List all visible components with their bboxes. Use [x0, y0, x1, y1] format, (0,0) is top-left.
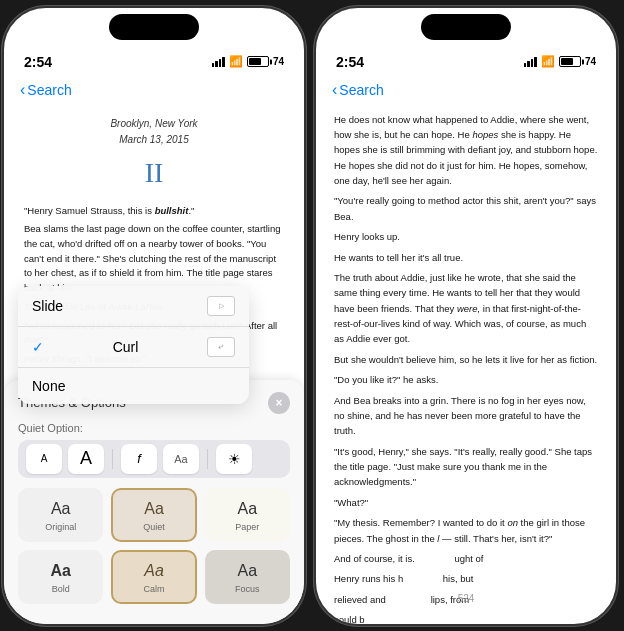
battery-icon-right	[559, 56, 581, 67]
signal-icon-left	[212, 57, 225, 67]
book-header: Brooklyn, New YorkMarch 13, 2015 II	[24, 116, 284, 194]
book-location: Brooklyn, New YorkMarch 13, 2015	[24, 116, 284, 148]
font-divider-2	[207, 449, 208, 469]
theme-original-aa: Aa	[51, 500, 71, 518]
slide-icon: ▷	[207, 296, 235, 316]
theme-focus[interactable]: Aa Focus	[205, 550, 290, 604]
chapter-number: II	[24, 152, 284, 194]
theme-quiet[interactable]: Aa Quiet	[111, 488, 196, 542]
brightness-icon: ☀	[228, 451, 241, 467]
font-type-button[interactable]: f	[121, 444, 157, 474]
curl-check-icon: ✓	[32, 339, 44, 355]
wifi-icon-right: 📶	[541, 55, 555, 68]
theme-focus-label: Focus	[235, 584, 260, 594]
theme-original-label: Original	[45, 522, 76, 532]
back-button-left[interactable]: ‹ Search	[20, 81, 72, 99]
status-icons-left: 📶 74	[212, 55, 284, 68]
theme-calm-label: Calm	[143, 584, 164, 594]
back-button-right[interactable]: ‹ Search	[332, 81, 384, 99]
back-arrow-icon-right: ‹	[332, 81, 337, 99]
brightness-button[interactable]: ☀	[216, 444, 252, 474]
theme-quiet-aa: Aa	[144, 500, 164, 518]
font-increase-button[interactable]: A	[68, 444, 104, 474]
slide-label: Slide	[32, 298, 63, 314]
theme-grid: Aa Original Aa Quiet Aa Paper Aa Bold	[18, 488, 290, 604]
font-controls: A A f Aa ☀	[18, 440, 290, 478]
transition-slide[interactable]: Slide ▷	[18, 286, 249, 327]
quiet-option-label: Quiet Option:	[18, 422, 290, 434]
theme-paper-label: Paper	[235, 522, 259, 532]
font-serif-button[interactable]: Aa	[163, 444, 199, 474]
status-bar-right: 2:54 📶 74	[316, 40, 616, 76]
dynamic-island-right	[421, 14, 511, 40]
theme-calm-aa: Aa	[144, 562, 164, 580]
nav-bar-left: ‹ Search	[4, 76, 304, 108]
battery-icon-left	[247, 56, 269, 67]
theme-focus-aa: Aa	[238, 562, 258, 580]
theme-quiet-label: Quiet	[143, 522, 165, 532]
battery-label-left: 74	[273, 56, 284, 67]
curl-label: Curl	[113, 339, 139, 355]
back-label-left: Search	[27, 82, 71, 98]
wifi-icon-left: 📶	[229, 55, 243, 68]
bottom-panel: Themes & Options × Quiet Option: A A f A…	[4, 380, 304, 624]
page-number: 524	[316, 593, 616, 604]
back-label-right: Search	[339, 82, 383, 98]
theme-original[interactable]: Aa Original	[18, 488, 103, 542]
battery-label-right: 74	[585, 56, 596, 67]
none-label: None	[32, 378, 65, 394]
theme-bold[interactable]: Aa Bold	[18, 550, 103, 604]
back-arrow-icon-left: ‹	[20, 81, 25, 99]
theme-paper-aa: Aa	[238, 500, 258, 518]
right-phone: 2:54 📶 74 ‹ Search	[314, 6, 618, 626]
theme-calm[interactable]: Aa Calm	[111, 550, 196, 604]
close-button[interactable]: ×	[268, 392, 290, 414]
left-phone: 2:54 📶 74 ‹ Search	[2, 6, 306, 626]
time-right: 2:54	[336, 54, 364, 70]
transition-curl[interactable]: ✓ Curl ↩	[18, 327, 249, 368]
theme-bold-aa: Aa	[50, 562, 70, 580]
transition-none[interactable]: None	[18, 368, 249, 404]
nav-bar-right: ‹ Search	[316, 76, 616, 108]
theme-paper[interactable]: Aa Paper	[205, 488, 290, 542]
theme-bold-label: Bold	[52, 584, 70, 594]
curl-icon: ↩	[207, 337, 235, 357]
status-bar-left: 2:54 📶 74	[4, 40, 304, 76]
signal-icon-right	[524, 57, 537, 67]
transition-menu: Slide ▷ ✓ Curl ↩ None	[18, 286, 249, 404]
font-decrease-button[interactable]: A	[26, 444, 62, 474]
right-book-content: He does not know what happened to Addie,…	[316, 108, 616, 626]
overlay-area: Slide ▷ ✓ Curl ↩ None	[4, 304, 304, 624]
status-icons-right: 📶 74	[524, 55, 596, 68]
dynamic-island-left	[109, 14, 199, 40]
time-left: 2:54	[24, 54, 52, 70]
font-divider-1	[112, 449, 113, 469]
